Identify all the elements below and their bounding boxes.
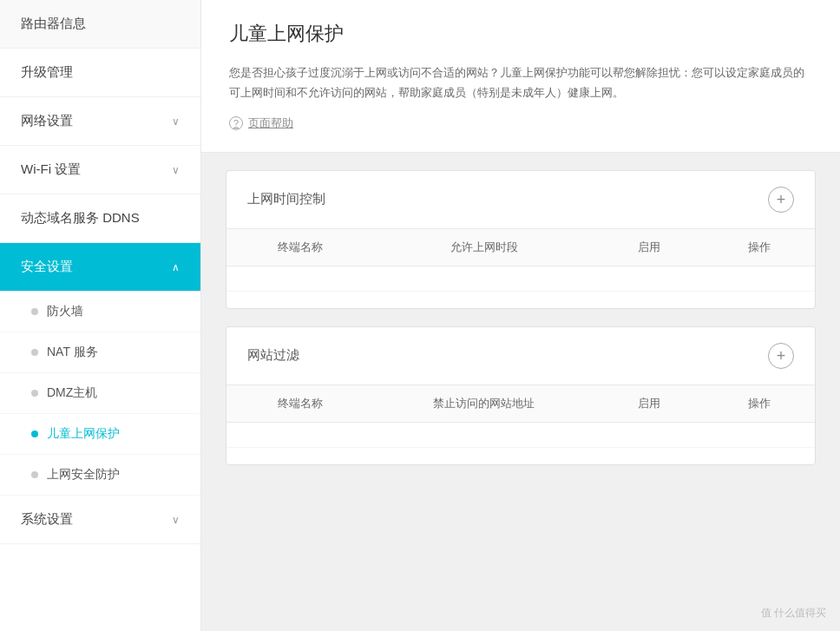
page-description: 您是否担心孩子过度沉溺于上网或访问不合适的网站？儿童上网保护功能可以帮您解除担忧… xyxy=(229,62,812,103)
dot-active-icon xyxy=(31,431,38,437)
sidebar-item-security-settings[interactable]: 安全设置 ∧ xyxy=(0,243,200,292)
time-control-table-body xyxy=(226,266,815,308)
table-row xyxy=(226,423,815,448)
website-filter-add-button[interactable]: + xyxy=(768,343,794,369)
sidebar-sub-item-internet-safety[interactable]: 上网安全防护 xyxy=(0,455,200,496)
sidebar-sub-item-label: 防火墙 xyxy=(47,304,83,319)
col-header-actions: 操作 xyxy=(705,240,815,255)
time-control-title: 上网时间控制 xyxy=(247,191,325,207)
website-filter-section: 网站过滤 + 终端名称 禁止访问的网站地址 启用 操作 xyxy=(226,326,816,465)
plus-icon: + xyxy=(777,348,786,364)
sidebar-sub-item-label: DMZ主机 xyxy=(47,385,97,401)
sidebar-item-label: 网络设置 xyxy=(21,113,73,129)
website-filter-table-header: 终端名称 禁止访问的网站地址 启用 操作 xyxy=(226,385,815,423)
sidebar-sub-item-child-protection[interactable]: 儿童上网保护 xyxy=(0,414,200,455)
sidebar-item-label: 动态域名服务 DDNS xyxy=(21,210,140,227)
dot-icon xyxy=(31,308,38,315)
time-control-header: 上网时间控制 + xyxy=(226,171,815,229)
sidebar-item-network-settings[interactable]: 网络设置 ∨ xyxy=(0,97,200,146)
website-filter-table-body xyxy=(226,423,815,464)
sidebar-item-label: Wi-Fi 设置 xyxy=(21,161,81,178)
time-control-add-button[interactable]: + xyxy=(768,187,794,213)
sidebar-sub-item-label: NAT 服务 xyxy=(47,345,98,360)
col-header-blocked-sites: 禁止访问的网站地址 xyxy=(374,396,594,411)
website-filter-title: 网站过滤 xyxy=(247,347,299,364)
website-filter-header: 网站过滤 + xyxy=(226,327,815,385)
plus-icon: + xyxy=(777,192,786,207)
sidebar-item-label: 升级管理 xyxy=(21,64,73,81)
dot-icon xyxy=(31,471,38,478)
sidebar-sub-item-firewall[interactable]: 防火墙 xyxy=(0,292,200,332)
dot-icon xyxy=(31,349,38,356)
time-control-section: 上网时间控制 + 终端名称 允许上网时段 启用 操作 xyxy=(226,170,816,309)
sidebar-item-router-info[interactable]: 路由器信息 xyxy=(0,0,200,49)
table-row xyxy=(226,266,815,292)
sidebar-item-wifi-settings[interactable]: Wi-Fi 设置 ∨ xyxy=(0,146,200,194)
sidebar-item-upgrade[interactable]: 升级管理 xyxy=(0,49,200,97)
sidebar-sub-item-label: 儿童上网保护 xyxy=(47,426,120,442)
main-content: 儿童上网保护 您是否担心孩子过度沉溺于上网或访问不合适的网站？儿童上网保护功能可… xyxy=(201,0,840,631)
col-header-actions: 操作 xyxy=(705,396,815,411)
sidebar-sub-item-dmz[interactable]: DMZ主机 xyxy=(0,373,200,414)
col-header-terminal-name: 终端名称 xyxy=(226,396,374,411)
sidebar-item-ddns[interactable]: 动态域名服务 DDNS xyxy=(0,194,200,243)
sidebar-sub-item-nat[interactable]: NAT 服务 xyxy=(0,332,200,373)
chevron-up-icon: ∧ xyxy=(172,261,180,273)
sidebar-item-label: 路由器信息 xyxy=(21,16,86,32)
help-icon: ? xyxy=(229,116,243,130)
sidebar-sub-item-label: 上网安全防护 xyxy=(47,467,120,483)
time-control-table-header: 终端名称 允许上网时段 启用 操作 xyxy=(226,229,815,266)
dot-icon xyxy=(31,390,38,397)
page-title: 儿童上网保护 xyxy=(229,21,812,47)
watermark: 值 什么值得买 xyxy=(761,606,826,621)
chevron-down-icon: ∨ xyxy=(172,164,180,176)
chevron-down-icon: ∨ xyxy=(172,115,180,128)
col-header-terminal-name: 终端名称 xyxy=(226,240,374,255)
help-link-text: 页面帮助 xyxy=(248,115,293,131)
col-header-enabled: 启用 xyxy=(594,240,705,255)
sidebar: 路由器信息 升级管理 网络设置 ∨ Wi-Fi 设置 ∨ 动态域名服务 DDNS… xyxy=(0,0,201,631)
col-header-enabled: 启用 xyxy=(594,396,705,411)
sidebar-item-label: 安全设置 xyxy=(21,259,73,275)
help-link[interactable]: ? 页面帮助 xyxy=(229,115,812,131)
chevron-down-icon: ∨ xyxy=(172,514,180,526)
sidebar-item-system-settings[interactable]: 系统设置 ∨ xyxy=(0,496,200,544)
sidebar-item-label: 系统设置 xyxy=(21,511,73,528)
col-header-allowed-time: 允许上网时段 xyxy=(374,240,594,255)
page-header: 儿童上网保护 您是否担心孩子过度沉溺于上网或访问不合适的网站？儿童上网保护功能可… xyxy=(201,0,840,153)
